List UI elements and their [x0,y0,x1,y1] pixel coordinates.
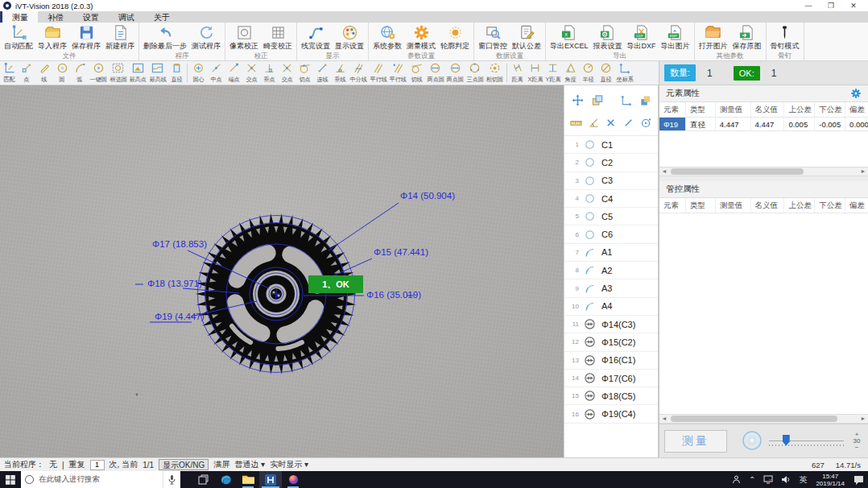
task-view-icon[interactable] [192,471,214,488]
tool-peak-point[interactable]: 最高点 [128,61,148,85]
tool-circle[interactable]: 圆 [53,61,71,85]
close-button[interactable]: ✕ [842,1,865,11]
tool-diameter-measure[interactable]: 直径 [597,61,615,85]
menu-tab-5[interactable]: 关于 [144,11,180,23]
file-explorer-icon[interactable] [237,471,259,488]
tool-distance[interactable]: 距离 [509,61,527,85]
ribbon-button-window-control[interactable]: 窗口管控 [476,23,510,52]
feature-list-item-Φ16(C1)[interactable]: 13Φ16(C1) [564,352,658,370]
tool-coordinate-system[interactable]: 坐标系 [615,61,635,85]
ribbon-button-export-dxf[interactable]: DXF导出DXF [625,23,659,52]
tool-y-distance[interactable]: Y距离 [544,61,562,85]
tool-connect-line[interactable]: 连线 [313,61,331,85]
tool-midpoint[interactable]: 中点 [207,61,225,85]
tool-diameter[interactable]: 直径 [167,61,185,85]
menu-tab-3[interactable]: 设置 [73,11,109,23]
full-screen-button[interactable]: 满屏 [213,459,229,470]
ribbon-button-open-image[interactable]: 打开图片 [696,23,730,52]
feature-list-item-Φ19(C4)[interactable]: 16Φ19(C4) [564,405,658,423]
feature-list-item-C6[interactable]: 6C6 [564,225,658,243]
tool-center[interactable]: 圆心 [189,61,207,85]
feature-list-item-C5[interactable]: 5C5 [564,208,658,225]
tool-tangent-point[interactable]: 切点 [296,61,313,85]
move-icon[interactable] [568,90,587,110]
repeat-count-input[interactable] [90,460,105,470]
tool-endpoint[interactable]: 端点 [225,61,242,85]
layers-icon[interactable] [635,90,655,110]
control-table-scrollbar[interactable]: ◄ ► [659,414,868,424]
feature-list-item-A1[interactable]: 7A1 [564,244,658,262]
ivt-vision-app-icon[interactable] [259,471,282,488]
tool-x-distance[interactable]: X距离 [527,61,544,85]
menu-tab-4[interactable]: 调试 [109,11,144,23]
live-display-dropdown[interactable]: 实时显示 ▾ [270,459,308,470]
colorful-app-icon[interactable] [282,471,304,488]
tool-match[interactable]: 匹配 [0,61,18,85]
feature-list-item-Φ14(C3)[interactable]: 11Φ14(C3) [564,316,658,333]
ribbon-button-display-settings[interactable]: 显示设置 [333,23,366,52]
ribbon-button-distortion-calibration[interactable]: 畸变校正 [261,23,295,52]
taskbar-search[interactable]: 在此键入进行搜索 [21,471,163,488]
tool-parallel-2[interactable]: 平行线 [388,61,408,85]
feature-list-item-A4[interactable]: 10A4 [564,298,658,316]
ribbon-button-save-program[interactable]: 保存程序 [69,23,103,52]
tool-tangent-line[interactable]: 切线 [408,61,426,85]
ribbon-button-default-tolerance[interactable]: 默认公差 [510,23,544,52]
feature-list-item-C4[interactable]: 4C4 [564,190,658,208]
feature-list-item-A2[interactable]: 8A2 [564,262,658,279]
menu-tab-1[interactable]: 测量 [2,11,38,23]
tool-line[interactable]: 线 [35,61,53,85]
tool-peak-line[interactable]: 最高线 [148,61,168,85]
feature-list-item-Φ18(C5)[interactable]: 15Φ18(C5) [564,387,658,405]
element-settings-gear-icon[interactable] [850,88,862,99]
copy-icon[interactable] [587,90,606,110]
ribbon-button-test-program[interactable]: 测试程序 [189,23,223,52]
feature-list-item-C2[interactable]: 2C2 [564,154,658,172]
line-tool-icon[interactable] [620,113,638,132]
ruler-icon[interactable] [568,113,585,132]
tool-point[interactable]: 点 [18,61,35,85]
tool-three-point-circle[interactable]: 三点圆 [465,61,486,85]
ribbon-button-auto-match[interactable]: 自动匹配 [2,23,35,52]
tool-box-circle[interactable]: 框选圆 [109,61,129,85]
tool-two-point-circle-2[interactable]: 两点圆 [445,61,465,85]
scroll-right-icon[interactable]: ► [858,167,868,176]
camera-viewport[interactable]: Φ14 (50.904)Φ17 (18.853)Φ15 (47.441)Φ18 … [0,85,564,457]
start-button[interactable] [0,471,21,488]
tool-arc[interactable]: 弧 [71,61,89,85]
tool-tangent-circle[interactable]: 相切圆 [485,61,505,85]
ribbon-button-report-settings[interactable]: 报表设置 [591,23,625,52]
people-icon[interactable] [728,475,745,484]
tool-cross-point[interactable]: 交点 [278,61,296,85]
tool-intersection[interactable]: 交点 [242,61,260,85]
ribbon-button-contour-judge[interactable]: 轮廓判定 [438,23,472,52]
tool-two-point-circle-1[interactable]: 两点圆 [426,61,446,85]
ribbon-button-undo-last-step[interactable]: 删除最后一步 [141,23,189,52]
tool-parallel-1[interactable]: 平行线 [369,61,389,85]
tool-bisector[interactable]: 中分线 [349,61,369,85]
show-ok-ng-toggle[interactable]: 显示OK/NG [159,459,209,470]
element-table-scrollbar[interactable]: ◄ ► [659,167,868,176]
language-indicator[interactable]: 英 [795,474,811,486]
delete-x-icon[interactable] [602,113,620,132]
speaker-icon[interactable] [777,475,795,484]
feature-list-item-Φ15(C2)[interactable]: 12Φ15(C2) [564,333,658,351]
ribbon-button-save-raw-image[interactable]: 保存原图 [730,23,764,52]
zoom-minus[interactable]: − [855,445,859,451]
scroll-left-icon[interactable]: ◄ [659,415,669,423]
edge-mode-dropdown[interactable]: 普通边 ▾ [234,459,265,470]
tool-radius[interactable]: 半径 [580,61,597,85]
minimize-button[interactable]: — [797,1,820,11]
zoom-slider[interactable] [769,433,844,449]
scroll-left-icon[interactable]: ◄ [659,167,669,176]
coordinate-system-icon[interactable] [616,90,635,110]
scroll-right-icon[interactable]: ► [858,415,868,423]
menu-tab-2[interactable]: 补偿 [38,11,73,23]
taskbar-clock[interactable]: 15:47 2019/1/14 [811,473,849,487]
table-row[interactable]: Φ19直径4.4474.4470.005-0.0050.000 [659,118,868,131]
target-icon[interactable] [742,430,763,453]
restore-button[interactable]: ❐ [820,1,842,11]
ribbon-button-bone-pin-mode[interactable]: 骨钉模式 [768,23,802,52]
angle-icon[interactable] [585,113,603,132]
ribbon-button-linewidth-settings[interactable]: 线宽设置 [299,23,333,52]
